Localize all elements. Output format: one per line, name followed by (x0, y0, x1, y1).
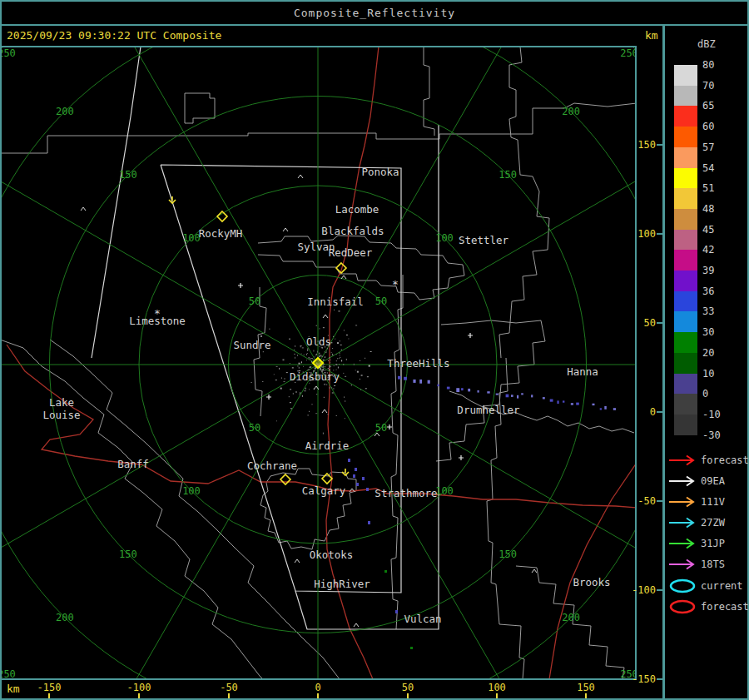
clutter-speckle (348, 339, 349, 340)
right-axis-tick-label: 100 (637, 228, 656, 240)
clutter-speckle (319, 353, 320, 355)
legend-label: 31JP (701, 538, 725, 549)
clutter-speckle (332, 348, 333, 349)
right-axis-tick (657, 144, 662, 146)
echo-dot-green (410, 647, 413, 649)
dbz-scale-label: 20 (702, 347, 714, 359)
clutter-speckle (323, 359, 324, 360)
legend-row: forecast (666, 453, 749, 468)
range-ring-label: 50 (375, 295, 387, 307)
clutter-speckle (316, 325, 317, 326)
legend-ellipse-glyph (671, 580, 694, 592)
storm-track-speckle (419, 380, 422, 384)
range-ring-label: 250 (0, 668, 16, 680)
legend-row: 18TS (666, 557, 725, 572)
clutter-speckle (336, 360, 337, 361)
clutter-speckle (293, 393, 294, 395)
asterisk-marker-icon: * (392, 278, 399, 290)
clutter-speckle (319, 328, 320, 329)
clutter-speckle (330, 360, 331, 360)
city-label: Airdrie (305, 439, 350, 452)
clutter-speckle (340, 353, 340, 354)
clutter-speckle (369, 365, 370, 367)
clutter-speckle (365, 358, 365, 359)
clutter-speckle (274, 374, 275, 375)
storm-track-speckle (521, 393, 523, 395)
dbz-color-block (674, 230, 697, 251)
storm-track-speckle (447, 387, 450, 390)
range-ring-label: 100 (435, 232, 454, 244)
storm-track-speckle (563, 400, 564, 402)
storm-track-speckle (456, 388, 459, 392)
clutter-speckle (339, 364, 340, 365)
radar-map-canvas[interactable]: 5050505010010010010015015015015020020020… (0, 46, 637, 680)
clutter-speckle (340, 345, 342, 345)
bottom-axis-tick-label: -50 (220, 682, 238, 693)
dbz-color-scale: 807065605754514845423936333020100-10-30 (666, 46, 749, 462)
clutter-speckle (305, 388, 306, 390)
dbz-color-block (674, 65, 697, 86)
range-ring-label: 200 (562, 612, 580, 623)
clutter-speckle (323, 433, 324, 434)
clutter-speckle (323, 327, 325, 328)
dbz-scale-label: -10 (702, 409, 721, 420)
city-label: Lake (49, 396, 74, 409)
dbz-color-block (674, 374, 697, 395)
dbz-scale-label: 70 (702, 80, 714, 92)
dbz-color-block (674, 168, 697, 189)
bottom-axis-tick (585, 693, 587, 698)
legend-arrow-icon (666, 453, 701, 468)
clutter-speckle (337, 342, 339, 344)
clutter-speckle (276, 420, 277, 421)
storm-track-speckle (461, 388, 464, 390)
legend-row: 27ZW (666, 515, 725, 530)
legend-label: 18TS (701, 559, 725, 570)
clutter-speckle (311, 358, 313, 359)
clutter-speckle (279, 368, 280, 370)
range-ring-label: 150 (119, 549, 137, 560)
right-axis-tick (657, 500, 662, 502)
storm-track-speckle (600, 408, 602, 410)
clutter-speckle (341, 350, 342, 350)
clutter-speckle (260, 335, 262, 337)
clutter-speckle (286, 372, 288, 373)
clutter-speckle (289, 339, 290, 340)
range-ring-label: 100 (182, 232, 201, 244)
bottom-axis-tick (228, 693, 230, 698)
range-ring-label: 200 (56, 612, 74, 623)
clutter-speckle (340, 357, 340, 358)
dbz-scale-label: -30 (702, 429, 721, 441)
clutter-speckle (355, 370, 356, 370)
right-axis-tick-label: 50 (644, 317, 656, 329)
dbz-scale-label: 30 (702, 326, 714, 338)
dbz-color-block (674, 353, 697, 374)
dbz-color-block (674, 147, 697, 168)
clutter-speckle (360, 360, 360, 361)
clutter-speckle (269, 329, 270, 330)
clutter-speckle (334, 310, 335, 310)
legend-arrow-icon (666, 557, 701, 572)
legend-row: 31JP (666, 536, 725, 551)
legend-row: current (666, 578, 743, 593)
clutter-speckle (290, 389, 291, 390)
right-axis-tick-label: -100 (632, 584, 656, 596)
clutter-speckle (324, 384, 325, 385)
range-ring-label: 150 (499, 549, 517, 560)
bottom-axis-tick-label: 150 (577, 682, 595, 693)
range-ring-label: 50 (249, 295, 260, 307)
clutter-speckle (346, 359, 347, 360)
dbz-color-block (674, 250, 697, 271)
city-label: Brooks (573, 576, 610, 588)
dbz-color-block (674, 188, 697, 209)
clutter-speckle (299, 367, 300, 369)
clutter-speckle (309, 411, 310, 412)
clutter-speckle (323, 365, 324, 367)
clutter-speckle (360, 379, 360, 380)
clutter-speckle (325, 384, 325, 385)
clutter-speckle (283, 359, 285, 360)
clutter-speckle (312, 404, 313, 405)
clutter-speckle (333, 336, 334, 337)
city-label: Cochrane (247, 459, 297, 472)
clutter-speckle (325, 352, 326, 353)
clutter-speckle (315, 413, 317, 414)
